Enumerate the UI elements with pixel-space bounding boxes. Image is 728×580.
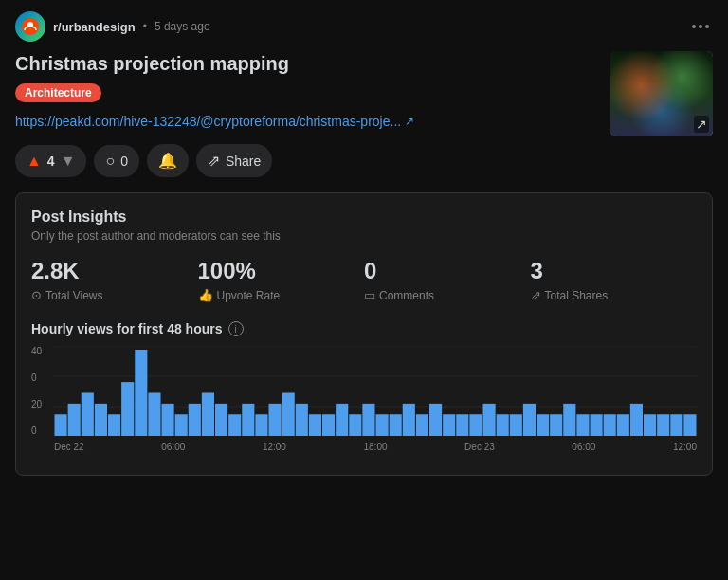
- share-label: Share: [226, 154, 261, 169]
- y-label-20: 20: [31, 399, 54, 409]
- more-options-button[interactable]: [688, 21, 713, 32]
- insights-card: Post Insights Only the post author and m…: [15, 192, 713, 476]
- chart-title: Hourly views for first 48 hours: [31, 321, 223, 336]
- post-time: 5 days ago: [155, 20, 210, 33]
- insights-title: Post Insights: [31, 208, 697, 226]
- dot-separator: •: [143, 20, 147, 33]
- total-shares-value: 3: [531, 258, 698, 284]
- subreddit-avatar[interactable]: [15, 11, 46, 42]
- post-title-content: Christmas projection mapping Architectur…: [15, 51, 599, 129]
- share-icon: ⇗: [208, 152, 220, 170]
- page-container: r/urbandesign • 5 days ago Christmas pro…: [0, 0, 728, 487]
- upvote-rate-icon: 👍: [198, 288, 213, 302]
- comment-icon: ○: [105, 153, 115, 170]
- shares-icon: ⇗: [531, 288, 541, 302]
- chart-title-row: Hourly views for first 48 hours i: [31, 321, 697, 336]
- comments-icon: ▭: [364, 288, 375, 302]
- y-label-0: 0: [31, 426, 54, 436]
- x-label-12: 12:00: [263, 442, 286, 452]
- subreddit-name[interactable]: r/urbandesign: [53, 20, 136, 34]
- share-button[interactable]: ⇗ Share: [196, 144, 272, 177]
- x-label-dec22: Dec 22: [54, 442, 84, 452]
- y-label-20-top: 0: [31, 372, 54, 383]
- upvote-icon: ▲: [27, 153, 42, 170]
- x-label-18: 18:00: [363, 442, 387, 452]
- total-views-label: ⊙ Total Views: [31, 288, 198, 302]
- architecture-tag[interactable]: Architecture: [15, 83, 101, 102]
- vote-count: 4: [47, 154, 55, 169]
- post-title: Christmas projection mapping: [15, 51, 599, 76]
- comments-label: ▭ Comments: [364, 288, 531, 302]
- x-label-12-2: 12:00: [673, 442, 697, 452]
- comment-button[interactable]: ○ 0: [94, 145, 138, 177]
- award-icon: 🔔: [158, 152, 177, 170]
- y-label-40: 40: [31, 346, 54, 356]
- comment-count: 0: [120, 154, 128, 169]
- x-label-dec23: Dec 23: [464, 442, 495, 452]
- views-icon: ⊙: [31, 288, 42, 302]
- stat-total-views: 2.8K ⊙ Total Views: [31, 258, 198, 302]
- insights-subtitle: Only the post author and moderators can …: [31, 229, 697, 243]
- stat-upvote-rate: 100% 👍 Upvote Rate: [198, 258, 365, 302]
- comments-value: 0: [364, 258, 531, 284]
- bar-chart: [54, 346, 697, 436]
- x-label-06-2: 06:00: [572, 442, 595, 452]
- post-title-row: Christmas projection mapping Architectur…: [15, 51, 713, 136]
- downvote-icon: ▼: [61, 153, 76, 170]
- x-axis-labels: Dec 22 06:00 12:00 18:00 Dec 23 06:00 12…: [31, 442, 697, 452]
- post-header: r/urbandesign • 5 days ago: [15, 11, 713, 42]
- total-views-value: 2.8K: [31, 258, 198, 284]
- actions-row: ▲ 4 ▼ ○ 0 🔔 ⇗ Share: [15, 144, 713, 177]
- stat-comments: 0 ▭ Comments: [364, 258, 531, 302]
- thumbnail-wrapper[interactable]: ↗: [610, 51, 713, 136]
- award-button[interactable]: 🔔: [147, 144, 189, 177]
- x-label-06: 06:00: [161, 442, 185, 452]
- stat-total-shares: 3 ⇗ Total Shares: [531, 258, 698, 302]
- info-icon[interactable]: i: [228, 321, 244, 336]
- external-link-icon: ↗: [694, 116, 709, 133]
- total-shares-label: ⇗ Total Shares: [531, 288, 698, 302]
- upvote-rate-value: 100%: [198, 258, 365, 284]
- stats-row: 2.8K ⊙ Total Views 100% 👍 Upvote Rate 0 …: [31, 258, 697, 302]
- vote-button[interactable]: ▲ 4 ▼: [15, 145, 86, 177]
- chart-container: 40 0 20 0 Dec 2: [31, 346, 697, 460]
- upvote-rate-label: 👍 Upvote Rate: [198, 288, 365, 302]
- header-left: r/urbandesign • 5 days ago: [15, 11, 210, 42]
- post-link[interactable]: https://peakd.com/hive-132248/@cryptoref…: [15, 114, 599, 129]
